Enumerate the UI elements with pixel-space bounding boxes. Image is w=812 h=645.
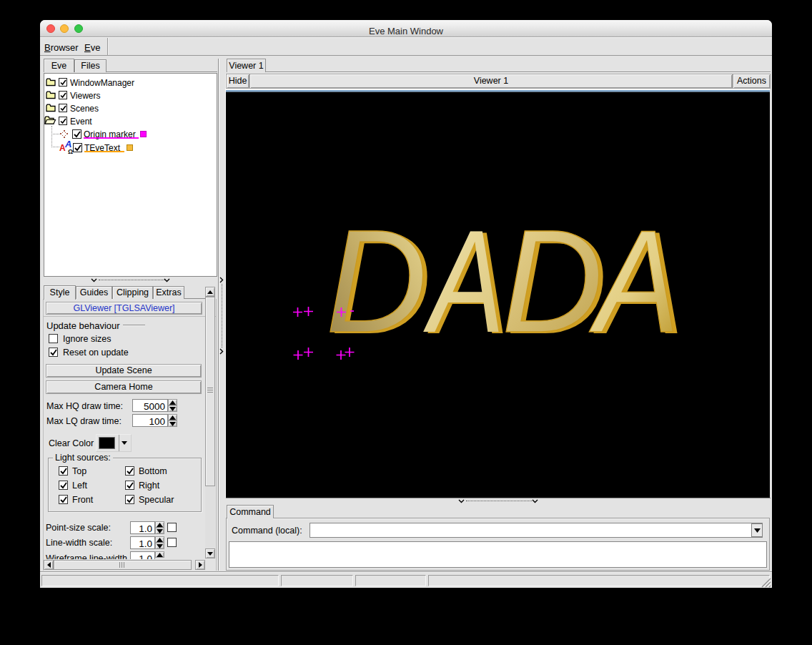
svg-text:A: A: [422, 199, 505, 363]
svg-text:D: D: [502, 199, 603, 363]
svg-text:A: A: [589, 199, 680, 363]
svg-text:D: D: [326, 199, 427, 363]
